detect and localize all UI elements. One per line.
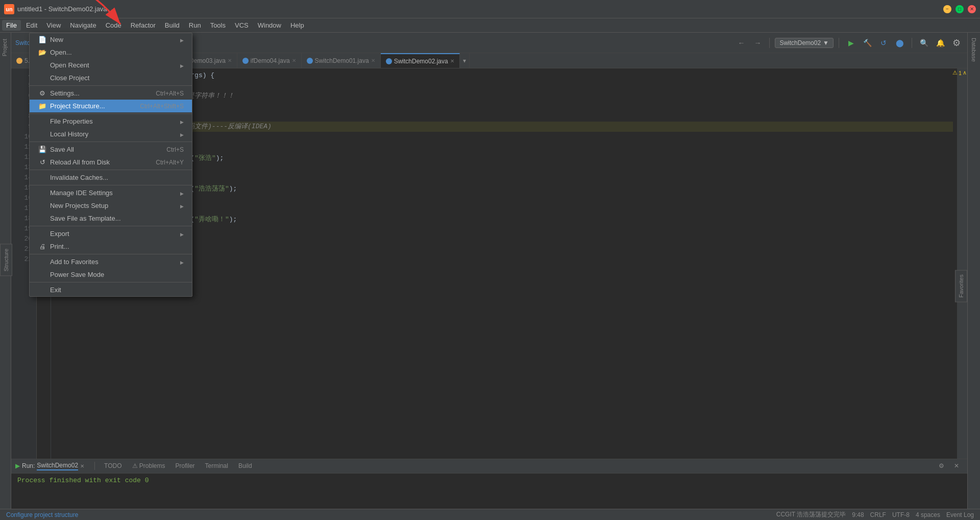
menu-help[interactable]: Help — [286, 20, 308, 31]
run-tab-play-icon: ▶ — [15, 462, 20, 469]
tab-ifdemo04[interactable]: ifDemo04.java ✕ — [237, 53, 302, 68]
back-button[interactable]: ← — [734, 36, 748, 50]
sidebar-item-project[interactable]: Project — [0, 33, 11, 62]
menu-build[interactable]: Build — [161, 20, 184, 31]
status-indent[interactable]: 4 spaces — [916, 511, 940, 518]
menu-edit[interactable]: Edit — [22, 20, 41, 31]
menu-item-close-project[interactable]: Close Project — [30, 72, 192, 84]
sidebar-tab-database[interactable]: Database — [969, 33, 979, 67]
separator-5 — [30, 185, 192, 185]
tab-close-switchdemo01[interactable]: ✕ — [371, 58, 375, 63]
bottom-tab-terminal[interactable]: Terminal — [202, 461, 231, 470]
menu-view[interactable]: View — [42, 20, 65, 31]
minimize-button[interactable]: − — [943, 5, 951, 13]
bottom-tab-todo[interactable]: TODO — [101, 461, 125, 470]
forward-button[interactable]: → — [751, 36, 764, 50]
menu-item-save-all[interactable]: 💾 Save All Ctrl+S — [30, 143, 192, 156]
menu-item-power-save[interactable]: Power Save Mode — [30, 268, 192, 281]
bottom-tab-problems[interactable]: ⚠ Problems — [129, 461, 168, 470]
favorites-arrow — [180, 258, 184, 266]
status-left: Configure project structure — [6, 511, 78, 518]
window-title: untitled1 - SwitchDemo02.java — [17, 5, 107, 13]
structure-sidebar-tab[interactable]: Structure — [0, 244, 12, 276]
submenu-arrow — [180, 36, 184, 43]
tab-close-ifdemo04[interactable]: ✕ — [292, 58, 296, 63]
favorites-sidebar-tab[interactable]: Favorites — [955, 270, 967, 302]
tab-close-ifdemo03[interactable]: ✕ — [228, 58, 232, 63]
settings-shortcut: Ctrl+Alt+S — [156, 90, 184, 97]
run-button[interactable]: ▶ — [844, 36, 857, 50]
event-log-link[interactable]: Event Log — [946, 511, 974, 518]
close-button[interactable]: ✕ — [968, 5, 976, 13]
menu-item-save-template[interactable]: Save File as Template... — [30, 212, 192, 225]
menu-window[interactable]: Window — [254, 20, 285, 31]
menu-tools[interactable]: Tools — [206, 20, 230, 31]
title-left: un untitled1 - SwitchDemo02.java — [4, 4, 107, 14]
tab-icon-switchdemo02 — [386, 58, 392, 64]
notification-button[interactable]: 🔔 — [934, 36, 947, 50]
run-tab-container: ▶ Run: SwitchDemo02 ✕ — [15, 462, 84, 470]
far-left-tabs: Project — [0, 33, 11, 520]
warning-count: 1 — [959, 70, 962, 76]
menu-item-local-history[interactable]: Local History — [30, 128, 192, 140]
menu-item-reload[interactable]: ↺ Reload All from Disk Ctrl+Alt+Y — [30, 156, 192, 169]
run-tab-name[interactable]: SwitchDemo02 — [37, 462, 78, 470]
settings-toolbar-button[interactable]: ⚙ — [950, 36, 963, 50]
menu-item-settings[interactable]: ⚙ Settings... Ctrl+Alt+S — [30, 87, 192, 100]
menu-item-exit[interactable]: Exit — [30, 283, 192, 296]
tab-switchdemo02[interactable]: SwitchDemo02.java ✕ — [381, 53, 460, 68]
separator-4 — [30, 170, 192, 170]
vertical-scrollbar[interactable] — [959, 78, 965, 458]
menu-item-add-favorites[interactable]: Add to Favorites — [30, 255, 192, 268]
tab-icon-ifdemo04 — [242, 58, 249, 64]
menu-item-file-properties[interactable]: File Properties — [30, 115, 192, 128]
menu-file[interactable]: File — [2, 20, 21, 31]
menu-item-open[interactable]: 📂 Open... — [30, 46, 192, 59]
save-all-icon: 💾 — [38, 146, 47, 153]
menu-run[interactable]: Run — [185, 20, 205, 31]
menu-item-print[interactable]: 🖨 Print... — [30, 240, 192, 253]
run-tab-close[interactable]: ✕ — [80, 463, 84, 469]
bottom-tab-profiler[interactable]: Profiler — [173, 461, 198, 470]
menu-item-export[interactable]: Export — [30, 227, 192, 240]
manage-ide-arrow — [180, 189, 184, 197]
project-structure-icon: 📁 — [38, 102, 47, 110]
bottom-close-btn[interactable]: ✕ — [950, 459, 963, 472]
build-button[interactable]: 🔨 — [861, 36, 874, 50]
status-bar: Configure project structure CCGIT 浩浩荡荡提交… — [0, 509, 980, 520]
project-structure-shortcut: Ctrl+Alt+Shift+S — [140, 103, 184, 110]
status-right: CCGIT 浩浩荡荡提交完毕 9:48 CRLF UTF-8 4 spaces … — [776, 510, 974, 519]
search-button[interactable]: 🔍 — [917, 36, 930, 50]
menu-refactor[interactable]: Refactor — [127, 20, 160, 31]
menu-navigate[interactable]: Navigate — [66, 20, 100, 31]
menu-item-manage-ide[interactable]: Manage IDE Settings — [30, 186, 192, 199]
tab-close-switchdemo02[interactable]: ✕ — [450, 58, 454, 64]
warning-indicator: ⚠ 1 ∧ ∨ — [952, 69, 967, 76]
menu-item-new[interactable]: 📄 New — [30, 33, 192, 46]
menu-item-invalidate[interactable]: Invalidate Caches... — [30, 171, 192, 184]
status-crlf[interactable]: CRLF — [870, 511, 886, 518]
project-selector[interactable]: SwitchDemo02 ▼ — [775, 38, 834, 48]
export-arrow — [180, 230, 184, 238]
menu-vcs[interactable]: VCS — [231, 20, 253, 31]
menu-item-new-projects[interactable]: New Projects Setup — [30, 199, 192, 212]
configure-project-link[interactable]: Configure project structure — [6, 511, 78, 518]
new-projects-arrow — [180, 202, 184, 209]
reload-toolbar-button[interactable]: ↺ — [877, 36, 890, 50]
status-charset[interactable]: UTF-8 — [892, 511, 910, 518]
debug-button[interactable]: ⬤ — [893, 36, 906, 50]
toolbar-sep-3 — [912, 38, 912, 48]
chevron-up[interactable]: ∧ — [963, 69, 967, 76]
project-selector-arrow: ▼ — [823, 39, 829, 46]
bottom-tab-build[interactable]: Build — [235, 461, 255, 470]
tab-switchdemo01[interactable]: SwitchDemo01.java ✕ — [302, 53, 381, 68]
file-props-arrow — [180, 117, 184, 125]
tab-overflow[interactable]: ▾ — [460, 53, 470, 68]
maximize-button[interactable]: □ — [955, 5, 964, 13]
menu-item-open-recent[interactable]: Open Recent — [30, 59, 192, 72]
toolbar-sep-1 — [769, 38, 770, 48]
menu-item-project-structure[interactable]: 📁 Project Structure... Ctrl+Alt+Shift+S — [30, 100, 192, 112]
bottom-settings-btn[interactable]: ⚙ — [935, 459, 948, 472]
menu-code[interactable]: Code — [102, 20, 126, 31]
toolbar-right: ← → SwitchDemo02 ▼ ▶ 🔨 ↺ ⬤ 🔍 🔔 ⚙ — [734, 36, 963, 50]
